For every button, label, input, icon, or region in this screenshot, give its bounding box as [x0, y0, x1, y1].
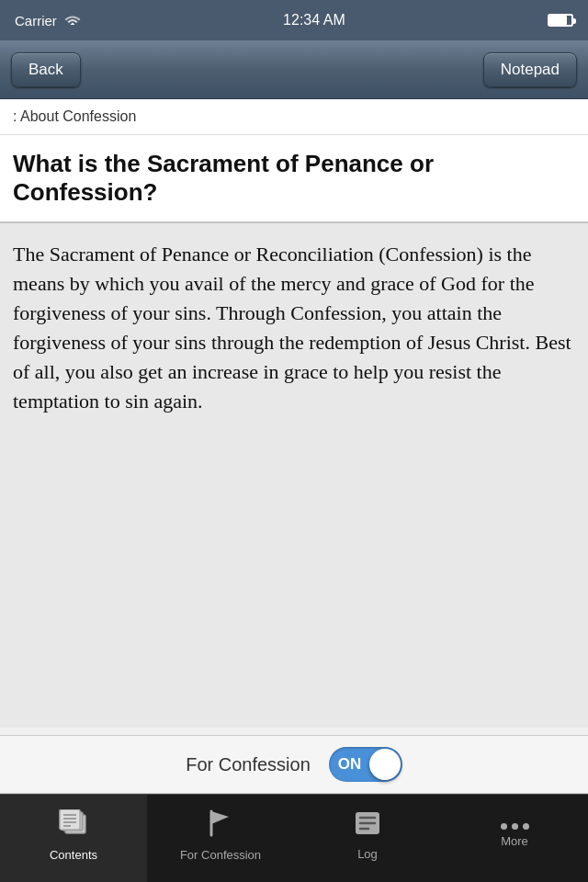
tab-log-label: Log — [357, 847, 378, 861]
toggle-label: For Confession — [186, 754, 311, 775]
tab-bar: Contents For Confession Log More — [0, 794, 588, 882]
toggle-knob — [369, 749, 401, 780]
toggle-bar: For Confession ON — [0, 735, 588, 794]
for-confession-icon — [207, 809, 234, 843]
tab-more-label: More — [501, 834, 528, 848]
nav-bar: Back Notepad — [0, 40, 588, 99]
log-icon — [354, 810, 381, 842]
breadcrumb: : About Confession — [0, 99, 588, 135]
for-confession-toggle[interactable]: ON — [329, 747, 402, 782]
contents-icon — [58, 809, 89, 843]
status-time: 12:34 AM — [283, 12, 345, 28]
title-section: What is the Sacrament of Penance or Conf… — [0, 135, 588, 222]
tab-for-confession[interactable]: For Confession — [147, 795, 294, 882]
wifi-icon — [64, 13, 81, 28]
tab-for-confession-label: For Confession — [180, 848, 261, 862]
back-button[interactable]: Back — [11, 52, 81, 87]
carrier-label: Carrier — [15, 13, 57, 28]
content-section: The Sacrament of Penance or Reconciliati… — [0, 222, 588, 728]
content-text: The Sacrament of Penance or Reconciliati… — [13, 240, 575, 415]
tab-more[interactable]: More — [441, 795, 588, 882]
tab-contents-label: Contents — [50, 848, 97, 862]
battery-icon — [548, 14, 573, 27]
toggle-on-label: ON — [338, 755, 362, 774]
page-title: What is the Sacrament of Penance or Conf… — [13, 150, 575, 207]
notepad-button[interactable]: Notepad — [483, 52, 577, 87]
status-bar: Carrier 12:34 AM — [0, 0, 588, 40]
tab-contents[interactable]: Contents — [0, 795, 147, 882]
more-icon — [501, 823, 529, 830]
tab-log[interactable]: Log — [294, 795, 441, 882]
